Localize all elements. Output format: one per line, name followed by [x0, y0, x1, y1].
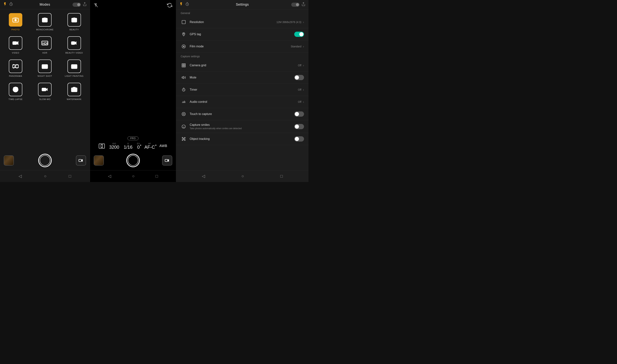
- svg-marker-15: [75, 41, 76, 45]
- svg-marker-36: [167, 159, 169, 162]
- video-switch-button[interactable]: [76, 156, 86, 166]
- param-iso-label: ISO: [112, 143, 116, 145]
- gps-content: GPS tag: [190, 33, 294, 36]
- svg-rect-61: [182, 140, 183, 141]
- param-shutter[interactable]: S 1/16: [124, 143, 133, 150]
- mode-photo-icon-box: [9, 13, 22, 26]
- mode-watermark[interactable]: WATERMARK: [61, 83, 88, 100]
- mode-monochrome[interactable]: MONOCHROME: [31, 13, 58, 31]
- camera-home-button[interactable]: ○: [132, 174, 135, 179]
- param-ev-value-wrap: 0: [137, 145, 140, 150]
- settings-item-audio-control[interactable]: Audio control Off ›: [176, 96, 308, 108]
- camera-top-bar: [90, 0, 176, 11]
- object-tracking-title: Object tracking: [190, 137, 294, 141]
- camera-flash-disabled-icon[interactable]: [94, 3, 98, 8]
- settings-item-mute[interactable]: Mute: [176, 72, 308, 84]
- settings-back-button[interactable]: ◁: [202, 174, 205, 179]
- svg-rect-30: [73, 87, 75, 88]
- mode-beauty-video-icon-box: [68, 36, 81, 50]
- mode-time-lapse[interactable]: TIME-LAPSE: [2, 83, 29, 100]
- back-button[interactable]: ◁: [19, 174, 22, 179]
- mode-photo[interactable]: PHOTO: [2, 13, 29, 31]
- settings-item-touch-capture[interactable]: Touch to capture: [176, 108, 308, 120]
- svg-point-5: [44, 19, 46, 21]
- settings-timer-icon[interactable]: [185, 2, 189, 7]
- mode-beauty-video[interactable]: BEAUTY VIDEO: [61, 36, 88, 54]
- touch-capture-toggle[interactable]: [294, 111, 304, 117]
- home-button[interactable]: ○: [44, 174, 46, 179]
- flash-icon[interactable]: [3, 2, 7, 7]
- settings-flash-icon[interactable]: [179, 2, 183, 7]
- settings-home-button[interactable]: ○: [241, 174, 244, 179]
- settings-item-capture-smiles[interactable]: Capture smiles Take photos automatically…: [176, 120, 308, 133]
- svg-rect-32: [79, 159, 81, 162]
- timer-icon[interactable]: [9, 2, 13, 7]
- camera-video-button[interactable]: [162, 156, 172, 166]
- mute-title: Mute: [190, 76, 294, 79]
- camera-back-button[interactable]: ◁: [108, 174, 111, 179]
- param-ev[interactable]: EV 0: [137, 143, 140, 150]
- param-awb-value: AWB: [159, 144, 167, 148]
- mode-panorama[interactable]: PANORAMA: [2, 60, 29, 77]
- settings-item-camera-grid[interactable]: Camera grid Off ›: [176, 59, 308, 72]
- mode-hdr[interactable]: HDR HDR: [31, 36, 58, 54]
- settings-panel: Settings General Resolution 12M 3968x297…: [176, 0, 308, 182]
- param-iso[interactable]: ISO 3200: [109, 143, 119, 150]
- mode-time-lapse-icon-box: [9, 83, 22, 96]
- timer-content: Timer: [190, 88, 298, 91]
- svg-point-54: [182, 112, 185, 116]
- camera-flip-icon[interactable]: [167, 3, 172, 9]
- camera-bottom-nav: ◁ ○ □: [90, 170, 176, 182]
- resolution-content: Resolution: [190, 20, 276, 24]
- mode-night-shot[interactable]: NIGHT SHOT: [31, 60, 58, 77]
- mode-light-painting-label: LIGHT PAINTING: [65, 75, 83, 77]
- settings-item-timer[interactable]: Timer Off ›: [176, 84, 308, 96]
- camera-shutter-button[interactable]: [126, 154, 140, 167]
- settings-item-gps[interactable]: GPS tag: [176, 28, 308, 40]
- mode-slow-mo-label: SLOW-MO: [39, 98, 51, 100]
- param-af[interactable]: AF AF-C: [144, 143, 155, 150]
- object-tracking-toggle[interactable]: [294, 136, 304, 142]
- resolution-value: 12M 3968x2976 (4:3): [276, 21, 301, 24]
- gps-toggle[interactable]: [294, 32, 304, 37]
- shutter-inner: [40, 155, 50, 166]
- camera-grid-title: Camera grid: [190, 64, 298, 67]
- timer-title: Timer: [190, 88, 298, 91]
- settings-item-film-mode[interactable]: FE Film mode Standard ›: [176, 40, 308, 53]
- modes-grid: PHOTO MONOCHROME BEAUTY VIDEO HDR: [0, 9, 90, 152]
- svg-point-2: [14, 19, 17, 21]
- capture-smiles-toggle[interactable]: [294, 124, 304, 129]
- svg-point-56: [182, 125, 185, 128]
- settings-share-icon[interactable]: [301, 2, 305, 7]
- camera-recents-button[interactable]: □: [156, 174, 158, 179]
- svg-rect-18: [42, 65, 48, 68]
- svg-rect-60: [184, 137, 185, 138]
- settings-item-object-tracking[interactable]: Object tracking: [176, 133, 308, 145]
- mode-video[interactable]: VIDEO: [2, 36, 29, 54]
- param-aspect[interactable]: [99, 144, 105, 148]
- settings-toggle[interactable]: [291, 3, 300, 7]
- resolution-chevron: ›: [303, 20, 304, 24]
- mode-monochrome-icon-box: [38, 13, 52, 26]
- settings-recents-button[interactable]: □: [280, 174, 283, 179]
- pro-badge: PRO: [127, 136, 138, 140]
- settings-item-resolution[interactable]: Resolution 12M 3968x2976 (4:3) ›: [176, 16, 308, 28]
- mode-slow-mo[interactable]: SLOW-MO: [31, 83, 58, 100]
- mode-panorama-label: PANORAMA: [9, 75, 22, 77]
- thumbnail-button[interactable]: [4, 156, 14, 166]
- share-icon[interactable]: [83, 2, 87, 7]
- mode-light-painting[interactable]: LIGHT PAINTING: [61, 60, 88, 77]
- mute-toggle[interactable]: [294, 75, 304, 80]
- svg-text:HDR: HDR: [42, 42, 48, 45]
- mode-toggle[interactable]: [72, 3, 81, 7]
- camera-viewfinder: [90, 11, 176, 135]
- param-af-value-wrap: AF-C: [144, 145, 155, 150]
- param-awb[interactable]: AWB: [159, 144, 167, 148]
- resolution-icon: [181, 19, 187, 25]
- svg-rect-35: [165, 159, 167, 162]
- mode-beauty[interactable]: BEAUTY: [61, 13, 88, 31]
- recents-button[interactable]: □: [69, 174, 71, 179]
- svg-rect-6: [44, 18, 46, 19]
- camera-thumbnail-button[interactable]: [94, 156, 104, 166]
- shutter-button[interactable]: [38, 154, 52, 167]
